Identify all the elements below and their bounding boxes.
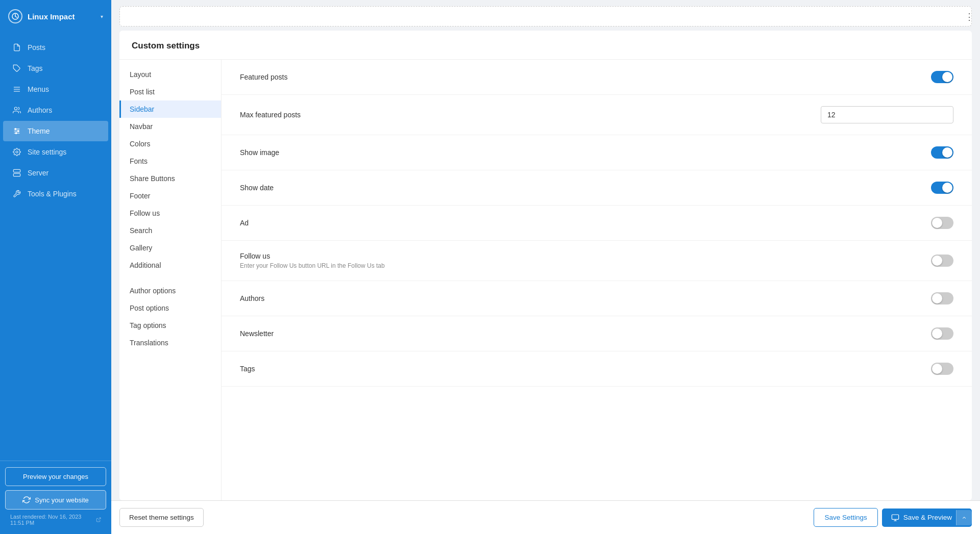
nav-item-tag-options[interactable]: Tag options — [119, 317, 221, 334]
sidebar-footer: Preview your changes Sync your website L… — [0, 461, 111, 534]
settings-content: Featured posts Max featured posts — [222, 60, 972, 500]
sidebar-label-posts: Posts — [28, 43, 45, 52]
svg-point-9 — [15, 129, 16, 130]
setting-follow-us-left: Follow us Enter your Follow Us button UR… — [240, 252, 385, 269]
nav-item-additional[interactable]: Additional — [119, 257, 221, 274]
sidebar: Linux Impact ▾ Posts — [0, 0, 111, 534]
nav-item-fonts[interactable]: Fonts — [119, 152, 221, 170]
setting-ad: Ad — [222, 206, 972, 241]
more-options-icon[interactable]: ⋮ — [961, 9, 978, 24]
sliders-icon — [12, 126, 21, 136]
svg-rect-14 — [13, 173, 20, 176]
sync-website-button[interactable]: Sync your website — [5, 490, 106, 510]
label-featured-posts: Featured posts — [240, 73, 287, 81]
toggle-tags[interactable] — [931, 363, 953, 375]
sidebar-item-server[interactable]: Server — [3, 163, 108, 183]
toggle-show-date[interactable] — [931, 182, 953, 194]
tag-icon — [12, 64, 21, 73]
nav-item-navbar[interactable]: Navbar — [119, 118, 221, 135]
top-area: ⋮ — [111, 0, 980, 31]
svg-rect-13 — [13, 169, 20, 172]
label-newsletter: Newsletter — [240, 329, 274, 338]
svg-point-10 — [17, 131, 19, 132]
label-follow-us: Follow us — [240, 252, 385, 260]
nav-item-follow-us[interactable]: Follow us — [119, 205, 221, 222]
toggle-ad[interactable] — [931, 217, 953, 229]
sidebar-item-authors[interactable]: Authors — [3, 100, 108, 120]
setting-follow-us: Follow us Enter your Follow Us button UR… — [222, 241, 972, 281]
nav-item-search[interactable]: Search — [119, 222, 221, 239]
sidebar-item-tags[interactable]: Tags — [3, 58, 108, 79]
sidebar-item-tools-plugins[interactable]: Tools & Plugins — [3, 184, 108, 204]
bottom-right-buttons: Save Settings Save & Preview — [814, 508, 972, 527]
sidebar-label-menus: Menus — [28, 85, 49, 93]
nav-item-gallery[interactable]: Gallery — [119, 239, 221, 257]
nav-item-translations[interactable]: Translations — [119, 334, 221, 351]
bottom-bar: Reset theme settings Save Settings Save … — [111, 500, 980, 534]
last-rendered: Last rendered: Nov 16, 2023 11:51 PM — [5, 510, 106, 528]
settings-body: Layout Post list Sidebar Navbar Colors F… — [119, 60, 972, 500]
site-logo — [8, 9, 22, 23]
setting-newsletter: Newsletter — [222, 316, 972, 351]
preview-changes-button[interactable]: Preview your changes — [5, 467, 106, 486]
sidebar-label-server: Server — [28, 169, 48, 177]
main-content: ⋮ Custom settings Layout Post list Sideb… — [111, 0, 980, 534]
sidebar-header[interactable]: Linux Impact ▾ — [0, 0, 111, 33]
toggle-authors[interactable] — [931, 292, 953, 304]
chevron-up-icon — [962, 515, 967, 520]
site-title: Linux Impact — [28, 12, 95, 21]
save-preview-button[interactable]: Save & Preview — [882, 508, 972, 527]
label-show-date: Show date — [240, 184, 274, 192]
label-tags: Tags — [240, 365, 255, 373]
setting-show-image: Show image — [222, 135, 972, 170]
setting-max-featured-posts: Max featured posts — [222, 95, 972, 135]
hint-follow-us: Enter your Follow Us button URL in the F… — [240, 262, 385, 269]
nav-item-author-options[interactable]: Author options — [119, 282, 221, 299]
nav-item-footer[interactable]: Footer — [119, 187, 221, 205]
setting-tags: Tags — [222, 351, 972, 387]
sidebar-item-posts[interactable]: Posts — [3, 37, 108, 58]
menu-icon — [12, 85, 21, 94]
toggle-follow-us[interactable] — [931, 255, 953, 267]
sidebar-item-theme[interactable]: Theme — [3, 121, 108, 141]
settings-panel: Custom settings Layout Post list Sidebar… — [119, 31, 972, 500]
nav-item-colors[interactable]: Colors — [119, 135, 221, 152]
toggle-newsletter[interactable] — [931, 327, 953, 340]
input-max-featured-posts[interactable] — [821, 106, 953, 123]
file-icon — [12, 43, 21, 52]
svg-point-12 — [16, 151, 18, 153]
nav-item-share-buttons[interactable]: Share Buttons — [119, 170, 221, 187]
nav-item-post-list[interactable]: Post list — [119, 83, 221, 100]
users-icon — [12, 106, 21, 115]
external-link-icon — [96, 517, 101, 523]
save-preview-dropdown-button[interactable] — [956, 510, 972, 525]
sidebar-item-site-settings[interactable]: Site settings — [3, 142, 108, 162]
nav-item-sidebar[interactable]: Sidebar — [119, 100, 221, 118]
label-authors: Authors — [240, 294, 264, 302]
chevron-down-icon: ▾ — [101, 14, 103, 19]
sidebar-label-authors: Authors — [28, 106, 52, 114]
settings-title: Custom settings — [119, 31, 972, 60]
sidebar-item-menus[interactable]: Menus — [3, 79, 108, 99]
sidebar-label-theme: Theme — [28, 127, 50, 135]
toggle-featured-posts[interactable] — [931, 71, 953, 83]
toggle-show-image[interactable] — [931, 146, 953, 159]
nav-item-layout[interactable]: Layout — [119, 66, 221, 83]
svg-point-11 — [15, 133, 17, 134]
setting-featured-posts: Featured posts — [222, 60, 972, 95]
label-ad: Ad — [240, 219, 249, 227]
preview-bar — [119, 6, 972, 27]
reset-theme-settings-button[interactable]: Reset theme settings — [119, 508, 204, 527]
label-max-featured-posts: Max featured posts — [240, 111, 301, 119]
sync-icon — [22, 496, 31, 504]
sidebar-label-site-settings: Site settings — [28, 148, 66, 156]
svg-rect-18 — [892, 515, 898, 519]
sidebar-label-tags: Tags — [28, 64, 43, 72]
setting-show-date: Show date — [222, 170, 972, 206]
settings-nav: Layout Post list Sidebar Navbar Colors F… — [119, 60, 222, 500]
nav-item-post-options[interactable]: Post options — [119, 299, 221, 317]
svg-point-5 — [14, 107, 17, 110]
sidebar-nav: Posts Tags — [0, 33, 111, 461]
wrench-icon — [12, 189, 21, 198]
save-settings-button[interactable]: Save Settings — [814, 508, 877, 527]
